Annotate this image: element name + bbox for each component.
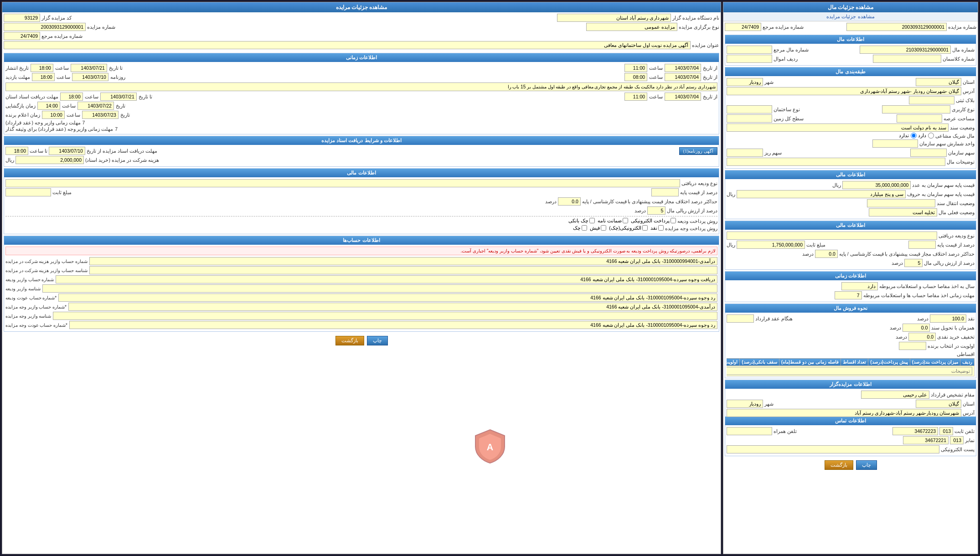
participation-fee-input[interactable] — [15, 156, 84, 164]
partner-has-radio[interactable] — [928, 133, 934, 139]
pay-fish-check[interactable] — [601, 225, 606, 231]
account-val-1[interactable] — [89, 266, 717, 274]
cash-input[interactable] — [930, 314, 966, 323]
pub-to-time[interactable] — [31, 64, 53, 72]
base-pct-input2[interactable] — [908, 241, 936, 249]
block-input[interactable] — [909, 96, 954, 104]
doc-to-time[interactable] — [5, 147, 28, 155]
address-input[interactable] — [727, 87, 961, 95]
fixed-input-r[interactable] — [5, 188, 51, 196]
program-btn[interactable]: آگهی روزنامه(1) — [679, 147, 717, 155]
pay-check2-label[interactable]: چک — [573, 225, 587, 231]
breadcrumb-link[interactable]: مشاهده جزئیات مرایده — [826, 14, 874, 19]
pub-from-date[interactable] — [665, 64, 701, 72]
fax-num[interactable] — [903, 436, 949, 444]
account-val-3[interactable] — [42, 284, 717, 293]
right-print-button[interactable]: چاپ — [367, 336, 388, 345]
type-input[interactable] — [727, 55, 772, 63]
opening-date[interactable] — [77, 102, 114, 110]
partner-no-radio[interactable] — [911, 133, 917, 139]
receipt-from-time[interactable] — [624, 93, 647, 101]
base-pct-input-r[interactable] — [651, 188, 679, 196]
pay-electronic-label[interactable]: پرداخت الکترونیکی — [631, 218, 676, 223]
org-address-input[interactable] — [727, 409, 961, 417]
area-input[interactable] — [897, 114, 942, 123]
discount-input[interactable] — [908, 333, 936, 341]
priority-input[interactable] — [899, 342, 926, 350]
eviction-input[interactable] — [869, 208, 937, 216]
total-area-input[interactable] — [727, 114, 772, 123]
rep-input[interactable] — [861, 391, 929, 399]
pay-check-check[interactable] — [589, 218, 595, 223]
org-input-r[interactable] — [557, 14, 671, 22]
income-type-input[interactable] — [727, 232, 937, 240]
building-type-input[interactable] — [727, 105, 772, 113]
org-province-input[interactable] — [916, 400, 961, 408]
pay-cash-check[interactable] — [658, 225, 664, 231]
receipt-from-date[interactable] — [665, 93, 701, 101]
deadline-from-time[interactable] — [624, 73, 647, 81]
tender-id-input-r[interactable] — [4, 23, 86, 31]
user-type-input[interactable] — [882, 105, 950, 113]
pay-guarantee-label[interactable]: ضمانت نامه — [598, 218, 628, 223]
pay-cash-label[interactable]: نقد — [650, 225, 664, 231]
pay-check-label[interactable]: چک بانکی — [568, 218, 595, 223]
mal-number-input[interactable] — [860, 46, 951, 54]
deadline-to-date[interactable] — [72, 73, 108, 81]
mal-source-input[interactable] — [727, 46, 772, 54]
account-val-6[interactable] — [53, 312, 717, 320]
tel-num[interactable] — [892, 427, 938, 435]
receipt-to-time[interactable] — [60, 93, 83, 101]
account-val-5[interactable] — [68, 303, 717, 311]
pay-elec-check-label[interactable]: الکترونیکی(چک) — [609, 225, 648, 231]
account-val-7[interactable] — [69, 321, 717, 329]
doc-from-date[interactable] — [49, 147, 85, 155]
desc-input[interactable] — [727, 158, 945, 166]
city-input[interactable] — [727, 78, 763, 86]
ref-number-input[interactable] — [4, 32, 40, 40]
arzi-input-r[interactable] — [647, 206, 665, 215]
org-city-input[interactable] — [727, 400, 763, 408]
announce-date[interactable] — [82, 111, 119, 119]
deadline-from-date[interactable] — [665, 73, 701, 81]
org-riz-input[interactable] — [727, 149, 763, 157]
org-input[interactable] — [910, 149, 947, 157]
transfer-input[interactable] — [867, 199, 935, 207]
partner-has-label[interactable]: دارد — [918, 133, 934, 139]
doc-status-input[interactable] — [727, 124, 949, 132]
fax-code[interactable] — [950, 436, 964, 444]
auction-code-input[interactable] — [4, 14, 40, 22]
account-val-4[interactable] — [58, 293, 717, 302]
account-val-0[interactable] — [89, 257, 717, 265]
pay-guarantee-check[interactable] — [623, 218, 628, 223]
fixed-input2[interactable] — [737, 241, 805, 249]
announce-time[interactable] — [42, 111, 65, 119]
doc-transfer-input[interactable] — [903, 324, 930, 332]
type-input-r[interactable] — [586, 23, 677, 31]
classman-input[interactable] — [873, 55, 941, 63]
contract-input[interactable] — [727, 314, 754, 323]
left-print-button[interactable]: چاپ — [856, 460, 877, 470]
pub-from-time[interactable] — [624, 64, 647, 72]
account-input[interactable] — [841, 282, 878, 290]
opening-time[interactable] — [37, 102, 60, 110]
pay-elec-check-check[interactable] — [642, 225, 648, 231]
price-diff-input-r[interactable] — [558, 197, 581, 206]
time-account-input[interactable] — [835, 291, 862, 299]
left-breadcrumb[interactable]: مشاهده جزئیات مرایده — [723, 12, 978, 21]
tender-number-input[interactable] — [725, 23, 761, 31]
province-input[interactable] — [916, 78, 961, 86]
base-price-input[interactable] — [842, 181, 911, 189]
right-back-button[interactable]: بازگشت — [335, 336, 364, 345]
pay-check2-check[interactable] — [582, 225, 587, 231]
org-share-input[interactable] — [872, 139, 918, 148]
pub-to-date[interactable] — [71, 64, 107, 72]
price-diff-input2[interactable] — [815, 250, 838, 258]
tel-code[interactable] — [939, 427, 953, 435]
pay-fish-label[interactable]: فیش — [590, 225, 606, 231]
partner-no-label[interactable]: ندارد — [899, 133, 917, 139]
notes-input[interactable] — [727, 367, 972, 375]
mobile-input[interactable] — [727, 427, 772, 435]
deposit-type-input[interactable] — [5, 179, 680, 187]
pay-electronic-check[interactable] — [671, 218, 676, 223]
